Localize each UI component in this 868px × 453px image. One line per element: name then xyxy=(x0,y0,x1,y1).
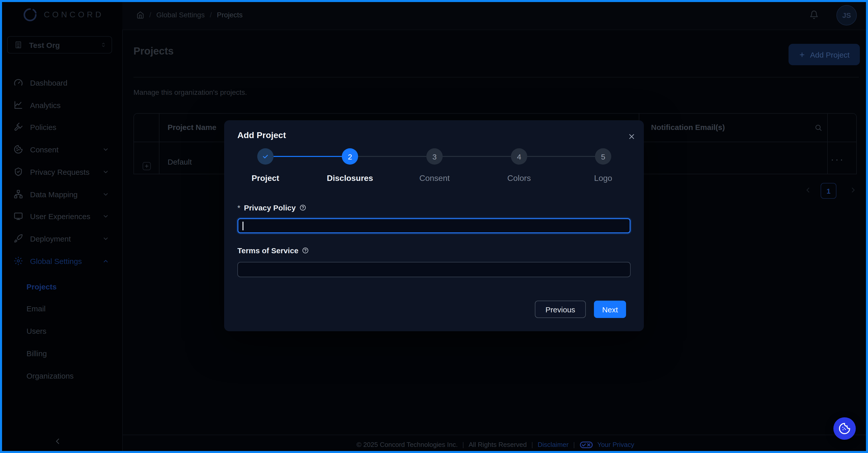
step-4-colors[interactable]: 4 xyxy=(511,148,527,164)
footer-rights: All Rights Reserved xyxy=(469,441,527,448)
text-cursor xyxy=(243,222,244,230)
field-label-text: Terms of Service xyxy=(237,246,299,255)
brand[interactable]: CONCORD xyxy=(23,7,104,23)
terms-of-service-input[interactable] xyxy=(237,262,631,277)
concord-logo-icon xyxy=(23,7,38,23)
step-label-consent: Consent xyxy=(419,174,450,183)
breadcrumb: / Global Settings / Projects xyxy=(136,0,243,30)
rocket-icon xyxy=(14,234,23,243)
step-connector xyxy=(443,156,511,157)
help-circle-icon[interactable] xyxy=(302,247,309,254)
sidebar-collapse-icon[interactable] xyxy=(53,437,62,446)
user-avatar[interactable]: JS xyxy=(836,5,857,26)
step-number: 3 xyxy=(432,152,437,161)
column-divider xyxy=(159,114,159,174)
privacy-choices-icon xyxy=(580,441,593,448)
help-circle-icon[interactable] xyxy=(299,204,306,211)
line-chart-icon xyxy=(14,100,23,110)
row-expand-button[interactable] xyxy=(143,162,151,170)
sidebar-item-label: Global Settings xyxy=(30,256,95,265)
sidebar-item-label: Consent xyxy=(30,145,95,154)
avatar-initials: JS xyxy=(842,11,851,19)
privacy-policy-input[interactable] xyxy=(237,218,631,233)
subitem-label: Organizations xyxy=(27,371,73,380)
sidebar-item-label: Dashboard xyxy=(30,78,122,87)
column-header-project-name: Project Name xyxy=(167,123,216,131)
required-mark: * xyxy=(237,203,241,212)
step-5-logo[interactable]: 5 xyxy=(595,148,611,164)
footer-link-your-privacy[interactable]: Your Privacy xyxy=(597,441,634,448)
add-project-modal: Add Project 2 3 4 5 Project Disclosures … xyxy=(224,120,644,331)
step-label-colors: Colors xyxy=(507,174,531,183)
subitem-label: Billing xyxy=(27,349,47,358)
sidebar-item-consent[interactable]: Consent xyxy=(0,138,122,160)
step-connector xyxy=(358,156,426,157)
step-connector xyxy=(274,156,342,157)
org-select-arrows-icon xyxy=(100,41,106,49)
sidebar-subitem-email[interactable]: Email xyxy=(0,297,122,320)
footer: © 2025 Concord Technologies Inc. | All R… xyxy=(123,441,868,448)
sidebar-item-deployment[interactable]: Deployment xyxy=(0,227,122,250)
sidebar-item-global-settings[interactable]: Global Settings xyxy=(0,250,122,272)
cookie-preferences-button[interactable] xyxy=(833,417,856,440)
sidebar-item-user-experiences[interactable]: User Experiences xyxy=(0,205,122,227)
chevron-down-icon xyxy=(102,213,109,219)
close-icon[interactable] xyxy=(625,130,638,143)
step-label-disclosures: Disclosures xyxy=(327,174,373,183)
pagination-prev-icon[interactable] xyxy=(804,186,812,194)
column-divider xyxy=(827,114,828,174)
footer-divider xyxy=(123,435,868,435)
footer-link-disclaimer[interactable]: Disclaimer xyxy=(538,441,568,448)
step-3-consent[interactable]: 3 xyxy=(426,148,443,164)
step-connector xyxy=(527,156,595,157)
sidebar-subitem-projects[interactable]: Projects xyxy=(0,275,122,298)
sidebar-subitem-users[interactable]: Users xyxy=(0,320,122,342)
org-selector[interactable]: Test Org xyxy=(7,36,112,54)
brand-text: CONCORD xyxy=(44,10,104,19)
monitor-icon xyxy=(14,211,23,221)
chevron-down-icon xyxy=(102,235,109,242)
footer-separator: | xyxy=(573,441,575,448)
subitem-label: Users xyxy=(27,326,46,335)
step-number: 4 xyxy=(517,152,521,161)
chevron-up-icon xyxy=(102,258,109,264)
add-project-button[interactable]: Add Project xyxy=(788,44,860,65)
sidebar-item-dashboard[interactable]: Dashboard xyxy=(0,71,122,94)
sidebar-item-data-mapping[interactable]: Data Mapping xyxy=(0,183,122,205)
sidebar-subitem-organizations[interactable]: Organizations xyxy=(0,364,122,387)
privacy-policy-label: * Privacy Policy xyxy=(237,203,306,212)
step-label-logo: Logo xyxy=(594,174,612,183)
sidebar-item-analytics[interactable]: Analytics xyxy=(0,94,122,116)
breadcrumb-item-global-settings[interactable]: Global Settings xyxy=(156,11,205,19)
pagination-page-1[interactable]: 1 xyxy=(820,183,836,199)
breadcrumb-item-projects: Projects xyxy=(217,11,243,19)
step-2-disclosures[interactable]: 2 xyxy=(342,148,358,164)
chevron-down-icon xyxy=(102,146,109,153)
sidebar-item-label: Deployment xyxy=(30,234,95,243)
pagination-next-icon[interactable] xyxy=(849,186,857,194)
add-project-label: Add Project xyxy=(810,50,849,59)
row-actions-ellipsis[interactable]: ··· xyxy=(831,154,844,165)
page-description: Manage this organization's projects. xyxy=(133,88,247,96)
notifications-bell-icon[interactable] xyxy=(809,10,818,19)
search-icon[interactable] xyxy=(814,124,822,131)
page-title: Projects xyxy=(133,46,174,57)
next-button[interactable]: Next xyxy=(594,301,626,318)
sidebar-subitem-billing[interactable]: Billing xyxy=(0,342,122,364)
footer-copyright: © 2025 Concord Technologies Inc. xyxy=(356,441,458,448)
sidebar-item-label: Policies xyxy=(30,123,122,131)
terms-of-service-label: Terms of Service xyxy=(237,246,309,255)
modal-title: Add Project xyxy=(237,130,286,141)
home-icon[interactable] xyxy=(136,11,144,19)
sidebar-item-privacy-requests[interactable]: Privacy Requests xyxy=(0,160,122,183)
step-1-project[interactable] xyxy=(257,148,274,164)
footer-separator: | xyxy=(462,441,464,448)
cookie-icon xyxy=(14,145,23,154)
chevron-down-icon xyxy=(102,191,109,198)
breadcrumb-separator: / xyxy=(210,11,212,19)
footer-separator: | xyxy=(531,441,533,448)
cookie-icon xyxy=(838,422,851,435)
network-icon xyxy=(14,189,23,199)
previous-button[interactable]: Previous xyxy=(535,301,586,318)
sidebar-item-policies[interactable]: Policies xyxy=(0,116,122,138)
